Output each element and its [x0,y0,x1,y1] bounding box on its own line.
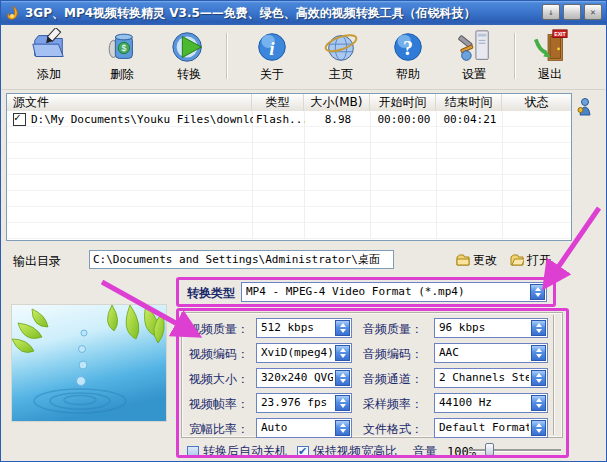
audio-codec-label: 音频编码： [363,346,423,363]
column-source[interactable]: 源文件 [7,94,252,111]
app-icon [5,5,21,21]
aspect-ratio-select[interactable]: Auto [256,418,352,438]
video-framerate-label: 视频帧率： [189,396,249,413]
file-source: D:\My Documents\Youku Files\download\一..… [31,112,253,127]
file-list-body [7,111,571,240]
file-list-header: 源文件 类型 大小(MB) 开始时间 结束时间 状态 [7,94,571,112]
help-button[interactable]: ? 帮助 [379,28,437,86]
panel-divider [553,315,555,435]
delete-label: 删除 [110,66,134,83]
svg-text:i: i [269,38,275,59]
audio-channels-select[interactable]: 2 Channels Stere [434,368,548,388]
spinner-icon[interactable] [335,395,350,411]
grid-line [252,111,253,239]
file-end-time: 00:04:21 [437,113,503,126]
column-end-time[interactable]: 结束时间 [436,94,502,111]
volume-label: 音量 [413,443,437,460]
video-size-select[interactable]: 320x240 QVGA [256,368,352,388]
file-row[interactable]: D:\My Documents\Youku Files\download\一..… [7,111,571,127]
spinner-icon[interactable] [530,284,545,300]
audio-quality-select[interactable]: 96 kbps [434,318,548,338]
file-format-value: Default Format [439,421,529,434]
video-framerate-select[interactable]: 23.976 fps [256,393,352,413]
title-bar: 3GP、MP4视频转换精灵 V3.5——免费、绿色、高效的视频转换工具（佰锐科技… [1,1,606,25]
open-dir-button[interactable]: 打开 [510,250,551,270]
exit-button[interactable]: EXIT 退出 [521,28,579,86]
delete-icon: $ [103,28,141,66]
folder-icon [456,254,470,266]
add-folder-icon [30,28,68,66]
helper-icon[interactable] [576,97,594,117]
audio-channels-label: 音频通道： [363,371,423,388]
change-dir-button[interactable]: 更改 [456,250,497,270]
minimize-to-tray-button[interactable]: ↓ [542,4,560,20]
keep-aspect-checkbox[interactable] [297,446,309,458]
svg-text:?: ? [403,37,413,59]
minimize-button[interactable] [563,4,581,20]
convert-type-select[interactable]: MP4 - MPEG-4 Video Format (*.mp4) [241,282,547,302]
audio-codec-value: AAC [439,346,529,359]
column-status[interactable]: 状态 [502,94,571,111]
aspect-ratio-value: Auto [261,421,333,434]
sample-rate-label: 采样频率： [363,396,423,413]
video-framerate-value: 23.976 fps [261,396,333,409]
globe-icon [322,28,360,66]
add-button[interactable]: 添加 [20,28,78,86]
delete-button[interactable]: $ 删除 [93,28,151,86]
info-icon: i [253,28,291,66]
close-button[interactable]: ✕ [584,4,602,20]
about-button[interactable]: i 关于 [243,28,301,86]
spinner-icon[interactable] [335,345,350,361]
file-size: 8.98 [305,113,371,126]
grid-line [436,111,437,239]
sample-rate-select[interactable]: 44100 Hz [434,393,548,413]
file-type: Flash... [253,113,305,126]
spinner-icon[interactable] [335,370,350,386]
file-format-select[interactable]: Default Format [434,418,548,438]
video-codec-select[interactable]: XviD(mpeg4) [256,343,352,363]
file-row-checkbox[interactable] [13,113,26,126]
sample-rate-value: 44100 Hz [439,396,529,409]
grid-line [370,111,371,239]
home-label: 主页 [329,66,353,83]
home-button[interactable]: 主页 [312,28,370,86]
spinner-icon[interactable] [335,420,350,436]
spinner-icon[interactable] [531,370,546,386]
spinner-icon[interactable] [531,320,546,336]
output-dir-field[interactable]: C:\Documents and Settings\Administrator\… [89,250,394,269]
auto-shutdown-checkbox[interactable] [187,446,199,458]
about-label: 关于 [260,66,284,83]
spinner-icon[interactable] [531,395,546,411]
settings-button[interactable]: 设置 [445,28,503,86]
convert-play-icon [170,28,208,66]
auto-shutdown-label: 转换后自动关机 [203,443,287,460]
column-start-time[interactable]: 开始时间 [370,94,436,111]
add-label: 添加 [37,66,61,83]
convert-button[interactable]: 转换 [160,28,218,86]
spinner-icon[interactable] [335,320,350,336]
video-quality-select[interactable]: 512 kbps [256,318,352,338]
auto-shutdown-option[interactable]: 转换后自动关机 [187,443,287,460]
video-codec-value: XviD(mpeg4) [261,346,333,359]
change-dir-label: 更改 [473,252,497,269]
column-type[interactable]: 类型 [252,94,304,111]
column-size[interactable]: 大小(MB) [304,94,370,111]
exit-door-icon: EXIT [531,28,569,66]
volume-group: 音量 100% [413,443,476,460]
toolbar-separator [226,33,228,79]
settings-tools-icon [455,28,493,66]
audio-quality-value: 96 kbps [439,321,529,334]
audio-codec-select[interactable]: AAC [434,343,548,363]
grid-line [502,111,503,239]
aspect-ratio-label: 宽幅比率： [189,421,249,438]
settings-label: 设置 [462,66,486,83]
volume-slider-track[interactable] [469,449,561,452]
open-dir-label: 打开 [527,252,551,269]
convert-type-value: MP4 - MPEG-4 Video Format (*.mp4) [246,285,528,298]
volume-slider-thumb[interactable] [485,443,494,456]
spinner-icon[interactable] [531,420,546,436]
keep-aspect-option[interactable]: 保持视频宽高比 [297,443,397,460]
spinner-icon[interactable] [531,345,546,361]
file-list[interactable]: 源文件 类型 大小(MB) 开始时间 结束时间 状态 D:\My Documen… [6,93,572,241]
video-quality-label: 视频质量： [189,321,249,338]
